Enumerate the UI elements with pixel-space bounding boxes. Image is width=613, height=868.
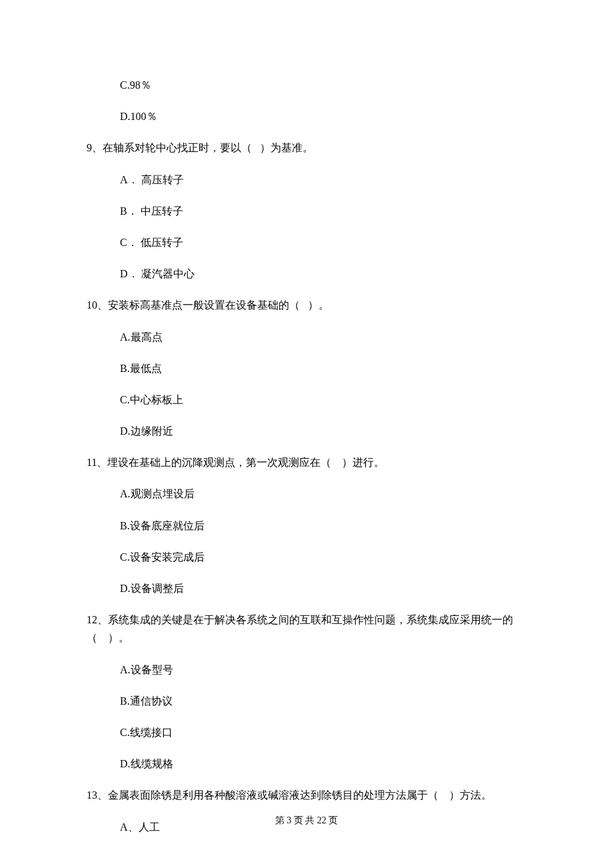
q12-option-d: D.线缆规格 <box>87 757 526 770</box>
exam-page: C.98％ D.100％ 9、在轴系对轮中心找正时，要以（ ）为基准。 A． 高… <box>0 0 613 868</box>
q11-option-c: C.设备安装完成后 <box>87 551 526 563</box>
q9-option-a: A． 高压转子 <box>87 173 526 186</box>
q12-option-b: B.通信协议 <box>87 695 526 707</box>
q9-option-b: B． 中压转子 <box>87 205 526 217</box>
q10-stem: 10、安装标高基准点一般设置在设备基础的（ ）。 <box>87 299 526 311</box>
q12-option-a: A.设备型号 <box>87 663 526 676</box>
q13-stem: 13、金属表面除锈是利用各种酸溶液或碱溶液达到除锈目的处理方法属于（ ）方法。 <box>87 789 526 801</box>
q10-option-a: A.最高点 <box>87 331 526 343</box>
page-footer: 第 3 页 共 22 页 <box>0 815 613 827</box>
q11-option-a: A.观测点埋设后 <box>87 487 526 500</box>
q8-option-d: D.100％ <box>87 110 526 123</box>
q11-option-d: D.设备调整后 <box>87 582 526 595</box>
q12-option-c: C.线缆接口 <box>87 726 526 739</box>
q12-stem-line2: （ ）。 <box>87 631 526 644</box>
q9-stem: 9、在轴系对轮中心找正时，要以（ ）为基准。 <box>87 141 526 154</box>
q11-option-b: B.设备底座就位后 <box>87 519 526 532</box>
q10-option-d: D.边缘附近 <box>87 425 526 437</box>
q11-stem: 11、埋设在基础上的沉降观测点，第一次观测应在（ ）进行。 <box>87 456 526 469</box>
q8-option-c: C.98％ <box>87 79 526 91</box>
q9-option-d: D． 凝汽器中心 <box>87 267 526 280</box>
q10-option-c: C.中心标板上 <box>87 393 526 406</box>
q12-stem-line1: 12、系统集成的关键是在于解决各系统之间的互联和互操作性问题，系统集成应采用统一… <box>87 613 526 626</box>
q9-option-c: C． 低压转子 <box>87 236 526 249</box>
q10-option-b: B.最低点 <box>87 362 526 375</box>
